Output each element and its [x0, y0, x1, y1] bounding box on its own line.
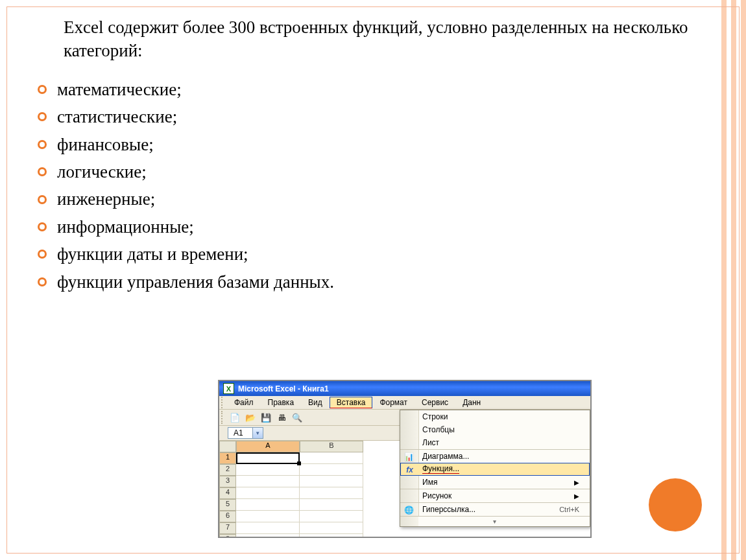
decor-right-bars [717, 0, 746, 560]
row-header[interactable]: 5 [219, 499, 236, 511]
list-item: математические; [38, 76, 694, 103]
list-item-label: финансовые; [57, 131, 154, 158]
list-item-label: функции даты и времени; [57, 240, 248, 268]
menu-item-columns[interactable]: Столбцы [400, 423, 590, 436]
menu-item-rows[interactable]: Строки [400, 410, 590, 423]
list-item-label: логические; [57, 158, 147, 185]
menu-file[interactable]: Файл [227, 397, 261, 408]
row-header[interactable]: 3 [219, 476, 236, 487]
heading-text: Excel содержит более 300 встроенных функ… [64, 16, 694, 63]
list-item-label: функции управления базами данных. [57, 268, 334, 296]
list-item: функции даты и времени; [38, 240, 694, 268]
bullet-icon [38, 277, 47, 286]
row-header[interactable]: 6 [219, 511, 236, 522]
name-box-value: A1 [234, 428, 243, 438]
bullet-icon [38, 167, 47, 176]
new-doc-icon[interactable]: 📄 [228, 411, 241, 424]
hyperlink-icon: 🌐 [403, 504, 415, 515]
bullet-icon [38, 195, 47, 204]
menu-item-hyperlink[interactable]: 🌐 Гиперссылка... Ctrl+K [400, 502, 590, 516]
menu-tools[interactable]: Сервис [415, 397, 455, 408]
menu-item-function[interactable]: fx Функция... [400, 463, 590, 476]
excel-app-icon: X [223, 383, 234, 394]
category-list: математические; статистические; финансов… [38, 76, 694, 296]
menu-item-picture[interactable]: Рисунок▶ [400, 489, 590, 502]
list-item-label: математические; [57, 76, 182, 103]
dropdown-arrow-icon[interactable]: ▼ [252, 428, 263, 438]
row-header[interactable]: 7 [219, 522, 236, 534]
menu-item-chart[interactable]: 📊 Диаграмма... [400, 449, 590, 463]
row-header[interactable]: 1 [219, 452, 236, 464]
menu-expand-chevron-icon[interactable]: ▾ [400, 516, 590, 526]
menu-data[interactable]: Данн [455, 397, 488, 408]
menu-format[interactable]: Формат [372, 397, 415, 408]
list-item-label: статистические; [57, 103, 177, 130]
list-item: логические; [38, 158, 694, 185]
cells-area[interactable] [236, 452, 363, 538]
menu-item-sheet[interactable]: Лист [400, 436, 590, 449]
excel-titlebar: X Microsoft Excel - Книга1 [219, 381, 590, 396]
toolbar-handle-icon [221, 397, 224, 408]
list-item: статистические; [38, 103, 694, 130]
save-icon[interactable]: 💾 [259, 411, 272, 424]
list-item: финансовые; [38, 131, 694, 158]
fx-icon: fx [404, 464, 415, 475]
col-header-a[interactable]: A [236, 441, 300, 452]
insert-dropdown: Строки Столбцы Лист 📊 Диаграмма... fx Фу… [400, 410, 590, 527]
list-item-label: инженерные; [57, 185, 155, 213]
bullet-icon [38, 140, 47, 149]
list-item: инженерные; [38, 185, 694, 213]
active-cell-outline [236, 452, 300, 464]
menu-insert[interactable]: Вставка [330, 397, 373, 408]
row-header[interactable]: 2 [219, 464, 236, 476]
bullet-icon [38, 222, 47, 231]
list-item: функции управления базами данных. [38, 268, 694, 296]
chart-icon: 📊 [403, 451, 415, 462]
menu-item-name[interactable]: Имя▶ [400, 476, 590, 489]
bullet-icon [38, 250, 47, 259]
open-icon[interactable]: 📂 [244, 411, 257, 424]
excel-menubar: Файл Правка Вид Вставка Формат Сервис Да… [219, 396, 590, 410]
list-item-label: информационные; [57, 213, 194, 240]
menu-view[interactable]: Вид [301, 397, 330, 408]
shortcut-text: Ctrl+K [559, 506, 579, 513]
print-preview-icon[interactable]: 🔍 [291, 411, 304, 424]
col-header-b[interactable]: B [300, 441, 363, 452]
decor-circle [649, 478, 702, 531]
submenu-arrow-icon: ▶ [574, 493, 579, 500]
row-header[interactable]: 4 [219, 487, 236, 499]
bullet-icon [38, 85, 47, 94]
menu-edit[interactable]: Правка [261, 397, 302, 408]
toolbar-handle-icon [221, 411, 224, 424]
excel-title-text: Microsoft Excel - Книга1 [238, 384, 329, 393]
fill-handle-icon[interactable] [297, 461, 301, 465]
select-all-corner[interactable] [219, 441, 236, 452]
name-box[interactable]: A1 ▼ [228, 427, 263, 439]
submenu-arrow-icon: ▶ [574, 479, 579, 486]
row-header[interactable]: 8 [219, 534, 236, 538]
excel-screenshot: X Microsoft Excel - Книга1 Файл Правка В… [218, 380, 592, 538]
bullet-icon [38, 112, 47, 121]
print-icon[interactable]: 🖶 [275, 411, 288, 424]
list-item: информационные; [38, 213, 694, 240]
